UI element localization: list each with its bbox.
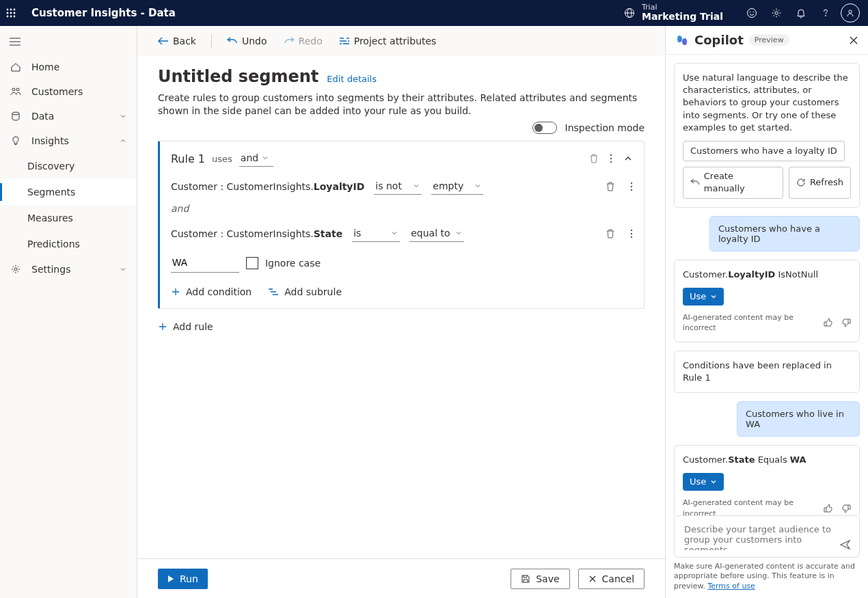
copilot-status-card: Conditions have been replaced in Rule 1 [674,351,860,393]
thumbs-down-icon[interactable] [841,504,851,513]
preview-badge: Preview [749,34,789,46]
sidebar-item-settings[interactable]: Settings [0,257,137,282]
feedback-icon[interactable] [740,1,764,25]
sidebar-item-label: Insights [31,135,69,146]
chevron-down-icon [710,293,717,300]
add-condition-label: Add condition [186,286,252,297]
chevron-down-icon [119,265,127,273]
help-icon[interactable] [813,1,838,25]
sidebar-item-customers[interactable]: Customers [0,79,137,104]
environment-label: Trial [642,3,723,12]
copilot-input[interactable] [683,523,835,550]
sidebar-item-label: Predictions [27,239,80,249]
edit-details-link[interactable]: Edit details [327,74,377,84]
close-copilot-button[interactable] [849,36,858,45]
redo-button: Redo [280,33,327,49]
plus-icon [171,287,180,297]
delete-condition-icon[interactable] [606,228,615,239]
condition-value-input[interactable] [171,254,239,273]
sidebar-item-data[interactable]: Data [0,104,137,128]
rule-uses-label: uses [212,154,232,164]
user-message: Customers who have a loyalty ID [709,216,860,252]
add-rule-label: Add rule [173,321,213,332]
condition-attribute: Customer : CustomerInsights.LoyaltyID [171,181,364,192]
save-label: Save [536,573,559,584]
run-button[interactable]: Run [158,569,208,589]
svg-point-23 [610,158,612,159]
save-icon [521,574,530,584]
cancel-label: Cancel [602,573,634,584]
rule-operator-dropdown[interactable]: and [239,151,273,167]
copilot-fineprint: Make sure AI-generated content is accura… [666,562,868,598]
delete-condition-icon[interactable] [606,181,615,192]
use-button[interactable]: Use [683,473,724,491]
more-icon[interactable] [610,153,612,164]
svg-point-4 [10,12,12,14]
condition-operator-dropdown[interactable]: is [352,226,400,242]
sidebar-item-measures[interactable]: Measures [0,205,137,231]
send-icon[interactable] [840,539,851,550]
back-label: Back [173,36,196,46]
customers-icon [10,86,22,97]
sidebar: Home Customers Data Insights Discovery S… [0,26,137,598]
insights-icon [10,135,22,146]
thumbs-up-icon[interactable] [824,318,833,327]
condition-value-dropdown[interactable]: empty [431,179,483,195]
main-content: Back Undo Redo Project attributes Untitl… [137,26,665,598]
app-launcher-icon[interactable] [0,2,22,24]
add-subrule-button[interactable]: Add subrule [268,286,342,297]
gear-icon [10,264,22,275]
svg-point-12 [748,9,757,18]
svg-point-19 [16,88,19,91]
condition-value-dropdown[interactable]: equal to [409,226,463,242]
plus-icon [158,322,167,331]
inspection-mode-toggle[interactable] [532,122,557,134]
more-icon[interactable] [630,228,633,239]
back-button[interactable]: Back [154,33,200,49]
sidebar-item-insights[interactable]: Insights [0,128,137,153]
delete-rule-icon[interactable] [589,153,599,164]
settings-icon[interactable] [764,1,789,25]
sidebar-toggle[interactable] [0,29,137,55]
notifications-icon[interactable] [789,1,813,25]
copilot-response-card: Customer.LoyaltyID IsNotNull Use AI-gene… [674,260,860,342]
sidebar-item-predictions[interactable]: Predictions [0,231,137,257]
segment-title: Untitled segment [158,67,318,86]
copilot-response-card: Customer.State Equals WA Use AI-generate… [674,445,860,515]
sidebar-item-label: Home [31,62,59,72]
command-bar: Back Undo Redo Project attributes [137,26,665,56]
terms-link[interactable]: Terms of use [707,582,755,590]
more-icon[interactable] [630,181,633,192]
sidebar-item-segments[interactable]: Segments [0,179,137,205]
project-attributes-button[interactable]: Project attributes [335,33,441,49]
copilot-panel: Copilot Preview Use natural language to … [665,26,868,598]
inspection-mode-label: Inspection mode [565,122,645,133]
ignore-case-checkbox[interactable] [246,257,258,269]
copilot-title: Copilot [694,33,744,47]
collapse-icon[interactable] [623,154,633,163]
svg-point-16 [825,15,826,16]
sidebar-item-label: Customers [31,86,83,97]
condition-operator-dropdown[interactable]: is not [374,179,422,195]
add-condition-button[interactable]: Add condition [171,286,252,297]
svg-point-1 [10,9,12,11]
add-rule-button[interactable]: Add rule [158,321,645,332]
thumbs-down-icon[interactable] [841,318,851,327]
account-avatar[interactable] [838,1,863,25]
cancel-button[interactable]: Cancel [578,569,645,589]
condition-attribute: Customer : CustomerInsights.State [171,228,342,239]
thumbs-up-icon[interactable] [824,504,833,513]
chevron-up-icon [119,137,127,145]
undo-button[interactable]: Undo [223,33,271,49]
sidebar-item-discovery[interactable]: Discovery [0,153,137,179]
save-button[interactable]: Save [511,569,569,589]
chevron-down-icon [474,182,482,190]
refresh-button[interactable]: Refresh [789,167,851,198]
sidebar-item-label: Discovery [27,161,74,172]
create-manually-button[interactable]: Create manually [683,167,783,198]
use-button[interactable]: Use [683,288,724,305]
environment-picker[interactable]: Trial Marketing Trial [624,3,723,22]
sidebar-item-home[interactable]: Home [0,55,137,79]
example-suggestion[interactable]: Customers who have a loyalty ID [683,141,845,161]
svg-point-7 [10,16,12,18]
